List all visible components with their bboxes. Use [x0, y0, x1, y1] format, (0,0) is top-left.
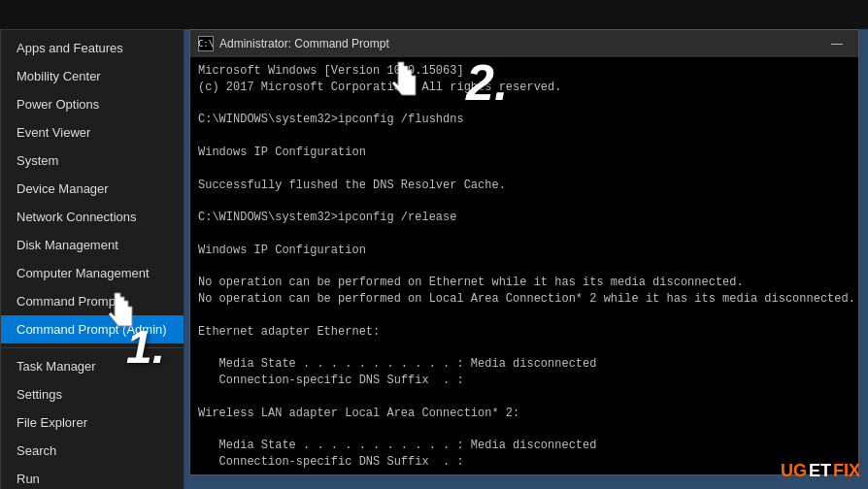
cmd-line — [198, 471, 851, 474]
cmd-line: Connection-specific DNS Suffix . : — [198, 373, 851, 389]
cmd-title-text: Administrator: Command Prompt — [219, 37, 389, 50]
cmd-line: Media State . . . . . . . . . . . : Medi… — [198, 438, 851, 454]
watermark-fix: FIX — [833, 461, 860, 481]
cmd-line — [198, 96, 851, 113]
menu-item-apps-features[interactable]: Apps and Features — [1, 34, 184, 62]
context-menu: Apps and Features Mobility Center Power … — [0, 29, 184, 489]
cursor-pointer-1 — [105, 291, 144, 342]
cursor-pointer-2 — [388, 60, 427, 111]
cmd-line — [198, 193, 851, 210]
menu-item-file-explorer[interactable]: File Explorer — [1, 408, 184, 437]
cmd-line — [198, 161, 851, 178]
cmd-content: Microsoft Windows [Version 10.0.15063](c… — [190, 57, 858, 474]
cmd-line: (c) 2017 Microsoft Corporation. All righ… — [198, 80, 851, 96]
menu-item-settings[interactable]: Settings — [1, 380, 184, 408]
cmd-title-left: C:\ Administrator: Command Prompt — [198, 36, 389, 51]
cmd-line: Connection-specific DNS Suffix . : — [198, 454, 851, 471]
cmd-line: C:\WINDOWS\system32>ipconfig /flushdns — [198, 112, 851, 128]
cmd-line — [198, 308, 851, 324]
cmd-line: Ethernet adapter Ethernet: — [198, 324, 851, 341]
minimize-button[interactable]: — — [823, 34, 851, 53]
menu-item-computer-management[interactable]: Computer Management — [1, 259, 184, 287]
cmd-line — [198, 128, 851, 145]
cmd-line: Microsoft Windows [Version 10.0.15063] — [198, 63, 851, 80]
menu-item-run[interactable]: Run — [1, 465, 184, 489]
cmd-titlebar: C:\ Administrator: Command Prompt — — [190, 30, 858, 57]
cmd-controls: — — [823, 34, 851, 53]
cmd-line: Media State . . . . . . . . . . . : Medi… — [198, 356, 851, 373]
menu-item-system[interactable]: System — [1, 147, 184, 175]
menu-item-device-manager[interactable]: Device Manager — [1, 175, 184, 203]
menu-item-power-options[interactable]: Power Options — [1, 90, 184, 118]
cmd-line: Successfully flushed the DNS Resolver Ca… — [198, 178, 851, 194]
watermark: UG ET FIX — [781, 461, 860, 481]
cmd-window: C:\ Administrator: Command Prompt — Micr… — [189, 29, 859, 475]
cmd-line: Windows IP Configuration — [198, 243, 851, 259]
watermark-ug: UG — [781, 461, 807, 481]
cmd-line — [198, 259, 851, 276]
desktop: Apps and Features Mobility Center Power … — [0, 0, 868, 489]
menu-item-event-viewer[interactable]: Event Viewer — [1, 118, 184, 147]
cmd-line — [198, 226, 851, 243]
watermark-et: ET — [809, 461, 831, 481]
cmd-line: Windows IP Configuration — [198, 145, 851, 161]
menu-item-search[interactable]: Search — [1, 437, 184, 465]
menu-item-command-prompt[interactable]: Command Prompt — [1, 287, 184, 315]
menu-item-disk-management[interactable]: Disk Management — [1, 231, 184, 259]
step-label-2: 2. — [466, 53, 508, 112]
cmd-line: Wireless LAN adapter Local Area Connecti… — [198, 406, 851, 422]
top-bar — [0, 0, 868, 29]
cmd-line: No operation can be performed on Etherne… — [198, 275, 851, 291]
menu-item-mobility-center[interactable]: Mobility Center — [1, 62, 184, 90]
cmd-line: No operation can be performed on Local A… — [198, 291, 851, 308]
menu-item-network-connections[interactable]: Network Connections — [1, 203, 184, 231]
cmd-line — [198, 422, 851, 439]
cmd-app-icon: C:\ — [198, 36, 214, 51]
cmd-line — [198, 389, 851, 406]
cmd-line — [198, 341, 851, 357]
cmd-line: C:\WINDOWS\system32>ipconfig /release — [198, 210, 851, 226]
